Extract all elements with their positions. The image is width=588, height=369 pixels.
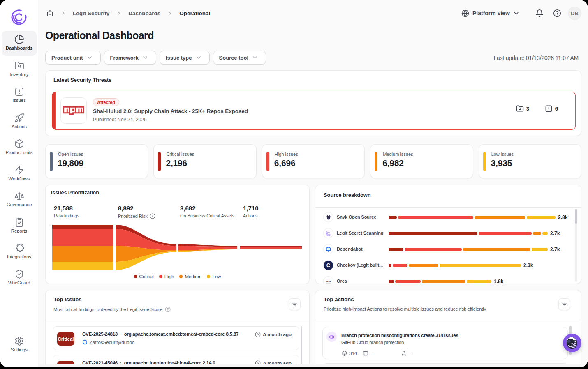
svg-text:C: C [326,262,330,268]
svg-text:security: security [326,282,331,284]
